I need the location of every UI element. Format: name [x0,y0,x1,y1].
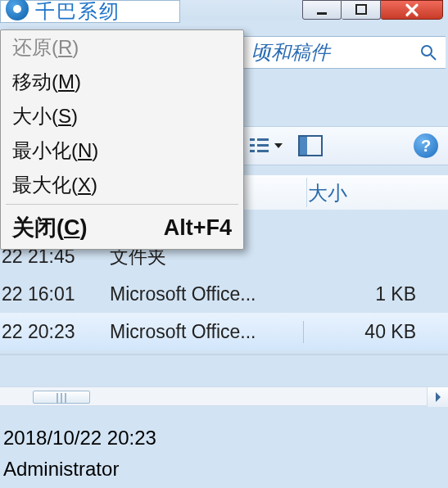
horizontal-scrollbar[interactable] [0,386,448,406]
file-list: 22 21:45 文件夹 22 16:01 Microsoft Office..… [0,237,448,350]
minimize-button[interactable] [302,0,342,20]
svg-rect-1 [356,5,366,14]
help-button[interactable]: ? [414,133,438,158]
app-identifier: 千巴系纫 [0,0,180,23]
menu-shortcut: Alt+F4 [164,215,232,241]
menu-label: 移动(M) [12,69,232,95]
menu-item-maximize[interactable]: 最大化(X) [1,168,243,202]
maximize-icon [355,3,368,16]
scroll-right-button[interactable] [427,387,448,407]
cell-type: Microsoft Office... [97,321,303,343]
menu-item-restore[interactable]: 还原(R) [1,30,243,65]
search-box[interactable]: 顷和稿件 [242,36,446,69]
cell-date: 22 16:01 [0,283,97,305]
svg-rect-5 [257,138,269,141]
scrollbar-thumb[interactable] [33,391,90,404]
preview-pane-button[interactable] [298,135,323,156]
chevron-down-icon [274,141,283,151]
status-date: 2018/10/22 20:23 [3,422,156,454]
svg-rect-8 [250,150,255,152]
minimize-icon [315,3,328,16]
svg-rect-6 [250,144,255,147]
menu-separator [6,204,238,205]
svg-rect-0 [317,12,327,15]
list-view-icon [249,137,270,155]
menu-label: 大小(S) [12,103,232,129]
chevron-right-icon [434,391,442,403]
close-icon [405,2,419,17]
list-item[interactable]: 22 20:23 Microsoft Office... 40 KB [0,313,448,350]
cell-size: 1 KB [303,283,434,305]
menu-label: 最大化(X) [12,172,232,198]
window-system-menu: 还原(R) 移动(M) 大小(S) 最小化(N) 最大化(X) 关闭(C) Al… [0,29,244,250]
menu-item-size[interactable]: 大小(S) [1,99,243,133]
svg-line-3 [431,55,436,60]
svg-rect-4 [250,138,255,141]
menu-label: 最小化(N) [12,138,232,164]
search-placeholder: 顷和稿件 [243,39,411,66]
close-button[interactable] [381,0,443,20]
caption-buttons [302,0,443,20]
list-item[interactable]: 22 16:01 Microsoft Office... 1 KB [0,275,448,313]
explorer-toolbar: ? [242,126,448,165]
svg-point-2 [422,46,432,56]
search-icon[interactable] [411,37,446,68]
panel-divider [0,354,448,355]
app-title: 千巴系纫 [35,0,120,25]
status-bar: 2018/10/22 20:23 Administrator [3,422,156,485]
menu-item-minimize[interactable]: 最小化(N) [1,133,243,168]
column-separator [306,178,307,207]
menu-label: 还原(R) [12,34,232,61]
menu-label: 关闭(C) [12,213,164,242]
svg-rect-9 [257,150,269,152]
status-user: Administrator [3,454,156,485]
cell-type: Microsoft Office... [97,283,303,305]
view-switch-button[interactable] [249,137,283,155]
menu-item-move[interactable]: 移动(M) [1,65,243,99]
cell-date: 22 20:23 [0,321,97,343]
column-header-size[interactable]: 大小 [308,180,347,206]
menu-item-close[interactable]: 关闭(C) Alt+F4 [1,206,243,249]
svg-rect-7 [257,144,269,147]
app-icon [6,0,29,20]
cell-size: 40 KB [303,321,434,343]
maximize-button[interactable] [342,0,381,20]
